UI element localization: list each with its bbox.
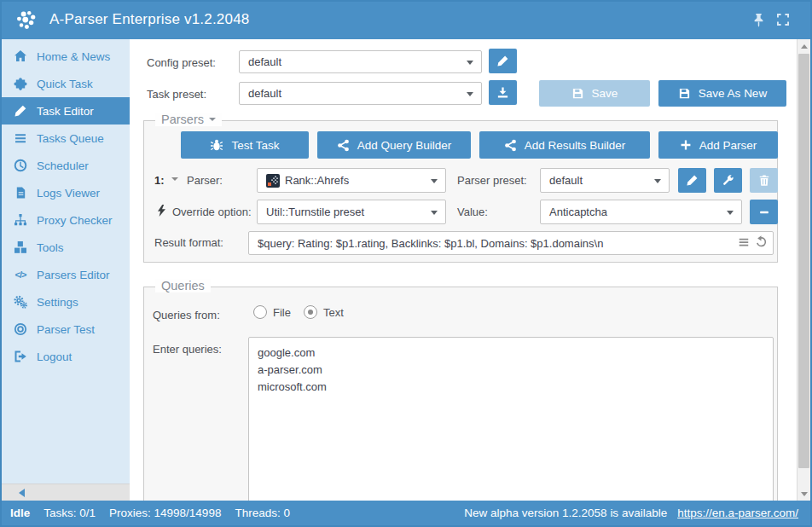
add-parser-button[interactable]: Add Parser [658, 131, 778, 159]
sidebar-item-label: Parser Test [37, 323, 95, 336]
load-task-preset-button[interactable] [489, 80, 517, 105]
menu-icon[interactable] [738, 236, 750, 248]
sidebar-item-logs-viewer[interactable]: Logs Viewer [2, 179, 130, 206]
edit-parser-preset-button[interactable] [678, 168, 706, 193]
chevron-down-icon [431, 211, 438, 215]
sidebar-item-logout[interactable]: Logout [2, 343, 130, 370]
cubes-icon [13, 240, 28, 254]
sidebar-item-label: Tasks Queue [37, 132, 104, 145]
sitemap-icon [13, 213, 28, 227]
fullscreen-icon[interactable] [776, 13, 790, 26]
parsers-section: Parsers Test Task Add Query Builder Add … [143, 120, 778, 263]
pin-icon[interactable] [751, 13, 766, 27]
sidebar-item-label: Proxy Checker [37, 214, 113, 227]
file-icon [13, 186, 28, 200]
parser-options-button[interactable] [714, 168, 742, 193]
pencil-icon [686, 174, 699, 187]
remove-override-button[interactable] [750, 200, 778, 224]
pencil-icon [13, 104, 28, 118]
scroll-up-button[interactable] [798, 39, 810, 53]
arrow-up-icon [801, 44, 808, 49]
chevron-down-icon [467, 61, 473, 65]
minus-icon [758, 206, 770, 218]
radio-selected-icon [304, 305, 317, 319]
code-icon: </> [13, 269, 28, 280]
trash-icon [758, 174, 770, 187]
status-proxies: Proxies: 14998/14998 [109, 507, 221, 519]
sidebar-item-scheduler[interactable]: Scheduler [2, 152, 130, 179]
sidebar-item-label: Quick Task [37, 78, 93, 90]
undo-icon[interactable] [755, 235, 768, 248]
status-bar: Idle Tasks: 0/1 Proxies: 14998/14998 Thr… [2, 501, 810, 525]
parser-row-index: 1: [154, 174, 165, 187]
app-window: A-Parser Enterprise v1.2.2048 Home & New… [0, 0, 812, 527]
sidebar-item-label: Logs Viewer [37, 187, 100, 200]
status-state: Idle [10, 507, 30, 519]
task-preset-select[interactable]: default [239, 82, 482, 105]
ahrefs-parser-icon [266, 174, 280, 188]
save-button[interactable]: Save [539, 80, 650, 107]
vertical-scrollbar[interactable] [797, 39, 810, 501]
sidebar-item-home-news[interactable]: Home & News [2, 43, 130, 70]
config-preset-select[interactable]: default [239, 50, 482, 73]
share-icon [504, 139, 517, 152]
wrench-icon [722, 174, 734, 187]
home-icon [13, 49, 28, 63]
bug-icon [210, 138, 223, 152]
main-content: Config preset: default Task preset: defa… [130, 39, 797, 501]
row-collapse-icon[interactable] [171, 177, 178, 181]
floppy-icon [678, 87, 691, 100]
override-value-select[interactable]: Anticaptcha [540, 200, 742, 224]
window-title: A-Parser Enterprise v1.2.2048 [49, 11, 249, 28]
result-format-label: Result format: [154, 236, 223, 249]
edit-config-preset-button[interactable] [489, 49, 517, 73]
sidebar-item-parser-test[interactable]: Parser Test [2, 316, 130, 343]
bullseye-icon [13, 322, 28, 336]
parser-select[interactable]: Rank::Ahrefs [257, 168, 446, 193]
logout-icon [13, 350, 28, 363]
chevron-down-icon [654, 179, 661, 183]
queries-legend: Queries [155, 279, 211, 292]
arrow-down-icon [801, 492, 808, 496]
sidebar-item-tools[interactable]: Tools [2, 234, 130, 261]
delete-parser-button[interactable] [750, 168, 778, 193]
sidebar-item-parsers-editor[interactable]: </> Parsers Editor [2, 261, 130, 288]
queries-textarea[interactable]: google.com a-parser.com microsoft.com [248, 337, 774, 501]
collapse-sidebar-button[interactable] [2, 484, 130, 501]
sidebar-item-label: Logout [37, 350, 72, 363]
scroll-down-button[interactable] [798, 487, 810, 501]
save-as-new-button[interactable]: Save As New [658, 80, 786, 107]
radio-icon [253, 305, 267, 319]
sidebar-item-quick-task[interactable]: Quick Task [2, 70, 130, 97]
override-option-label: Override option: [172, 206, 252, 218]
header-bar: A-Parser Enterprise v1.2.2048 [2, 2, 810, 39]
result-format-tools [738, 235, 768, 248]
parsers-legend[interactable]: Parsers [155, 113, 222, 126]
override-option-select[interactable]: Util::Turnstile preset [257, 200, 446, 224]
scrollbar-thumb[interactable] [798, 54, 809, 468]
parser-preset-select[interactable]: default [540, 168, 670, 193]
add-query-builder-button[interactable]: Add Query Builder [317, 131, 471, 159]
sidebar-item-label: Home & News [37, 50, 110, 63]
queries-from-text-radio[interactable]: Text [304, 305, 344, 319]
config-preset-label: Config preset: [147, 56, 216, 69]
task-preset-label: Task preset: [147, 88, 206, 101]
sidebar-item-proxy-checker[interactable]: Proxy Checker [2, 206, 130, 234]
sidebar-item-settings[interactable]: Settings [2, 288, 130, 316]
result-format-input[interactable] [248, 231, 774, 255]
sidebar-item-task-editor[interactable]: Task Editor [2, 97, 130, 125]
value-label: Value: [457, 206, 488, 218]
sidebar-item-tasks-queue[interactable]: Tasks Queue [2, 125, 130, 152]
pencil-icon [496, 55, 509, 67]
queries-from-file-radio[interactable]: File [253, 305, 291, 319]
download-icon [496, 86, 509, 99]
add-results-builder-button[interactable]: Add Results Builder [479, 131, 650, 159]
share-icon [337, 139, 350, 152]
test-task-button[interactable]: Test Task [181, 131, 309, 159]
status-tasks: Tasks: 0/1 [44, 507, 96, 519]
sidebar: Home & News Quick Task Task Editor Tasks… [2, 39, 130, 501]
list-icon [13, 131, 28, 145]
sidebar-item-label: Settings [37, 296, 78, 309]
update-link[interactable]: https://en.a-parser.com/ [677, 507, 798, 519]
bolt-icon [157, 205, 166, 217]
